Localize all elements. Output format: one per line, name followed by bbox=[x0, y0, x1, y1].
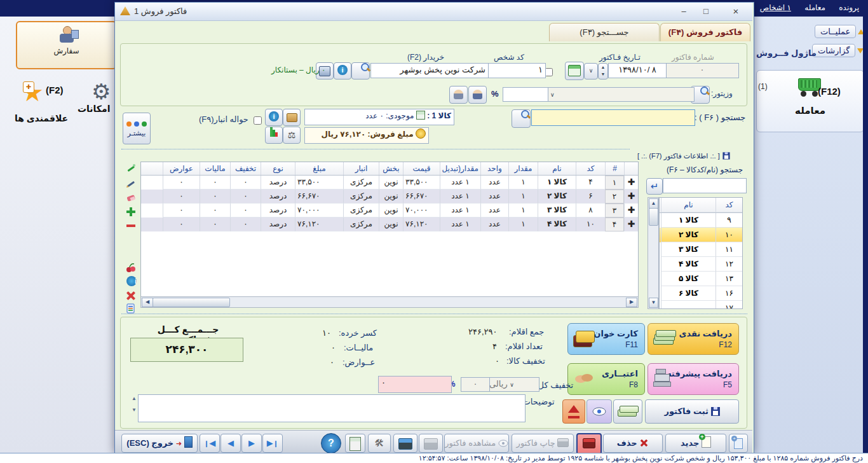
notes-textarea[interactable] bbox=[138, 394, 526, 422]
table-cell[interactable]: کالا ۱ bbox=[538, 176, 576, 190]
column-header[interactable]: نام bbox=[538, 162, 576, 175]
column-header[interactable]: عوارض bbox=[163, 162, 200, 175]
row-plus-icon[interactable]: ✚ bbox=[624, 204, 638, 218]
table-cell[interactable]: ۰ bbox=[200, 176, 230, 190]
table-cell[interactable]: ۷۰,۰۰۰ bbox=[295, 204, 343, 218]
warehouse-transfer-checkbox[interactable] bbox=[254, 116, 262, 125]
table-row[interactable]: ✚۱۴کالا ۱۱عدد۱ عدد۳۳,۵۰۰نوینمرکزی۳۳,۵۰۰د… bbox=[141, 176, 638, 190]
tab-sales-invoice[interactable]: فاکتور فروش (F۴) bbox=[660, 23, 750, 41]
credit-button[interactable]: اعتبــاریF8 bbox=[567, 363, 645, 395]
calculator-button[interactable] bbox=[345, 434, 365, 453]
table-cell[interactable]: نوین bbox=[379, 204, 403, 218]
table-cell[interactable]: ۱ عدد bbox=[440, 218, 480, 232]
table-cell[interactable]: ۶ bbox=[576, 190, 605, 204]
column-header[interactable]: مبلغ bbox=[295, 162, 343, 175]
view-invoice-button[interactable]: مشاهده فاکتور bbox=[444, 434, 509, 453]
nav-first-button[interactable]: ◀❙ bbox=[200, 434, 220, 453]
operations-button[interactable]: عملیــات bbox=[815, 25, 866, 37]
save-invoice-button[interactable]: ثبت فاکتور bbox=[645, 399, 739, 424]
column-header[interactable]: انبار bbox=[343, 162, 379, 175]
table-cell[interactable]: ۲ bbox=[605, 190, 624, 204]
list-item[interactable]: ۱۰کالا ۲ bbox=[660, 228, 742, 242]
row-plus-icon[interactable]: ✚ bbox=[624, 190, 638, 204]
minimize-button[interactable]: – bbox=[674, 5, 693, 18]
column-header[interactable]: مقدار(تبدیل bbox=[440, 162, 480, 175]
table-cell[interactable]: نوین bbox=[379, 190, 403, 204]
table-cell[interactable]: ۰ bbox=[163, 176, 200, 190]
favorites-label[interactable]: علاقمندی ها bbox=[6, 113, 76, 123]
cash-receive-button[interactable]: دریافت نقدیF12 bbox=[648, 323, 739, 355]
table-cell[interactable]: ۰ bbox=[200, 218, 230, 232]
table-cell[interactable]: ۷۰,۰۰۰ bbox=[403, 204, 440, 218]
date-spinner[interactable]: ▲▼ bbox=[598, 63, 608, 79]
nav-prev-button[interactable]: ◀ bbox=[220, 434, 241, 453]
maximize-button[interactable]: □ bbox=[696, 5, 715, 18]
table-cell[interactable]: ۷۶,۱۲۰ bbox=[403, 218, 440, 232]
table-cell[interactable]: مرکزی bbox=[343, 204, 379, 218]
close-button[interactable]: × bbox=[726, 5, 745, 18]
table-cell[interactable]: مرکزی bbox=[343, 218, 379, 232]
menu-file[interactable]: پرونده bbox=[839, 3, 859, 12]
scroll-down-icon[interactable]: ▼ bbox=[649, 298, 658, 308]
table-cell[interactable]: عدد bbox=[480, 176, 508, 190]
eraser-icon[interactable] bbox=[125, 192, 137, 204]
cherry-icon[interactable] bbox=[125, 262, 137, 273]
discount-value-field[interactable]: ۰ bbox=[378, 376, 452, 393]
table-cell[interactable]: ۱ bbox=[508, 204, 538, 218]
printer2-button[interactable] bbox=[419, 434, 443, 453]
list-item[interactable]: ۹کالا ۱ bbox=[660, 213, 742, 228]
notes-scroll-icons[interactable]: ▲▼ bbox=[132, 396, 137, 413]
strip-delete-icon[interactable] bbox=[125, 290, 137, 301]
table-cell[interactable]: ۰ bbox=[230, 218, 261, 232]
table-cell[interactable]: ۴ bbox=[605, 218, 624, 232]
clipboard-icon[interactable] bbox=[125, 303, 137, 314]
table-cell[interactable]: ۰ bbox=[200, 204, 230, 218]
list-item[interactable]: ۱۷ bbox=[660, 301, 742, 309]
item-search-input[interactable] bbox=[531, 109, 695, 126]
table-row[interactable]: ✚۲۶کالا ۲۱عدد۱ عدد۶۶,۶۷۰نوینمرکزی۶۶,۶۷۰د… bbox=[141, 190, 638, 204]
list-item[interactable]: ۱۶کالا ۶ bbox=[660, 286, 742, 301]
scroll-left-icon[interactable]: ◀ bbox=[142, 298, 153, 307]
list-item[interactable]: ۱۲کالا ۴ bbox=[660, 257, 742, 272]
box-icon[interactable] bbox=[283, 109, 301, 126]
column-header[interactable]: مالیات bbox=[200, 162, 230, 175]
add-row-icon[interactable] bbox=[125, 206, 137, 218]
visitor-person2-icon[interactable] bbox=[449, 86, 468, 104]
chart-icon[interactable] bbox=[265, 127, 283, 144]
table-cell[interactable]: ۰ bbox=[163, 204, 200, 218]
table-row[interactable]: ✚۳۸کالا ۳۱عدد۱ عدد۷۰,۰۰۰نوینمرکزی۷۰,۰۰۰د… bbox=[141, 204, 638, 218]
row-plus-icon[interactable]: ✚ bbox=[624, 176, 638, 190]
column-header[interactable]: # bbox=[605, 162, 624, 175]
buyer-info-icon[interactable]: i bbox=[334, 62, 351, 79]
strip-info-icon[interactable]: i bbox=[125, 276, 137, 287]
table-cell[interactable]: ۰ bbox=[230, 204, 261, 218]
scale-balance-icon[interactable]: ⚖ bbox=[283, 127, 301, 144]
visitor-dropdown[interactable]: ∨ bbox=[547, 87, 695, 102]
table-cell[interactable]: درصد bbox=[261, 218, 295, 232]
table-cell[interactable]: ۱ عدد bbox=[440, 176, 480, 190]
table-cell[interactable]: کالا ۴ bbox=[538, 218, 576, 232]
item-list-vscrollbar[interactable]: ▲ ▼ bbox=[648, 197, 659, 309]
features-label[interactable]: امکانات bbox=[78, 104, 110, 114]
bottom-splitter[interactable] bbox=[121, 314, 747, 314]
table-cell[interactable]: ۱ bbox=[605, 176, 624, 190]
label-printer-button[interactable] bbox=[393, 434, 417, 453]
list-item[interactable]: ۱۳کالا ۵ bbox=[660, 272, 742, 286]
menu-deal[interactable]: معامله bbox=[804, 3, 825, 12]
deal-panel[interactable]: (1) (F12) معامله bbox=[756, 70, 864, 132]
table-cell[interactable]: عدد bbox=[480, 190, 508, 204]
date-dropdown-button[interactable]: ∨ bbox=[584, 63, 598, 79]
items-table-hscrollbar[interactable]: ◀ ▶ bbox=[140, 296, 639, 308]
table-cell[interactable]: کالا ۳ bbox=[538, 204, 576, 218]
table-cell[interactable]: ۰ bbox=[200, 190, 230, 204]
table-cell[interactable]: عدد bbox=[480, 218, 508, 232]
column-header[interactable]: کد bbox=[576, 162, 605, 175]
remove-row-icon[interactable] bbox=[125, 220, 137, 232]
table-cell[interactable]: ۳ bbox=[605, 204, 624, 218]
visitor-person-icon[interactable] bbox=[468, 86, 487, 104]
pen-icon[interactable] bbox=[125, 178, 137, 190]
buyer-search-icon[interactable] bbox=[351, 62, 370, 79]
scroll-thumb[interactable] bbox=[649, 208, 658, 226]
dialog-titlebar[interactable]: فاکتور فروش 1 – □ × bbox=[115, 3, 752, 21]
cash-check-button[interactable] bbox=[613, 399, 642, 424]
